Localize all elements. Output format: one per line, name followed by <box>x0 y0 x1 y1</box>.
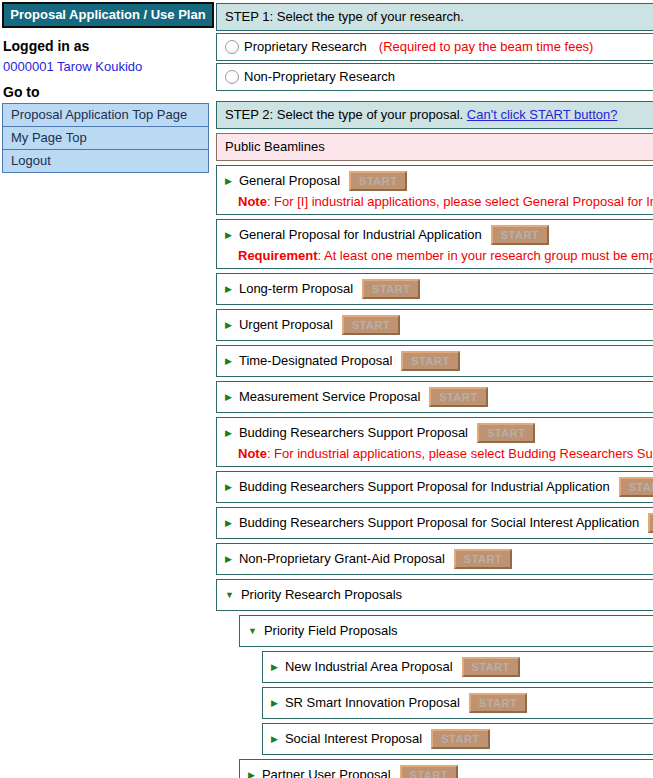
proposal-label: Budding Researchers Support Proposal for… <box>239 479 610 494</box>
page: Proposal Application / Use Plan Logged i… <box>0 0 653 778</box>
sidebar-title: Proposal Application / Use Plan <box>2 2 214 28</box>
start-button-new-industrial-area-proposal[interactable]: START <box>462 657 520 677</box>
triangle-collapsed-icon[interactable]: ▶ <box>271 734 278 744</box>
main-content: STEP 1: Select the type of your research… <box>216 3 653 778</box>
proposal-row-priority-research-proposals: ▼Priority Research Proposals <box>216 579 653 611</box>
proposal-label: SR Smart Innovation Proposal <box>285 695 460 710</box>
proposal-row-sr-smart-innovation-proposal: ▶SR Smart Innovation ProposalSTART <box>262 687 653 719</box>
proposal-label: Non-Proprietary Grant-Aid Proposal <box>239 551 445 566</box>
start-button-non-proprietary-grant-aid-proposal[interactable]: START <box>454 549 512 569</box>
logged-in-label: Logged in as <box>3 38 213 54</box>
proposal-row-new-industrial-area-proposal: ▶New Industrial Area ProposalSTART <box>262 651 653 683</box>
sidebar-item-logout[interactable]: Logout <box>3 150 208 172</box>
triangle-collapsed-icon[interactable]: ▶ <box>225 284 232 294</box>
proposal-label: Long-term Proposal <box>239 281 353 296</box>
sidebar-menu: Proposal Application Top Page My Page To… <box>2 103 209 173</box>
proposal-label: Social Interest Proposal <box>285 731 422 746</box>
proposal-label: General Proposal for Industrial Applicat… <box>239 227 482 242</box>
step1-section: STEP 1: Select the type of your research… <box>216 3 653 91</box>
triangle-collapsed-icon[interactable]: ▶ <box>225 320 232 330</box>
proposal-row-budding-researchers-support-proposal: ▶Budding Researchers Support ProposalSTA… <box>216 417 653 467</box>
triangle-collapsed-icon[interactable]: ▶ <box>271 698 278 708</box>
proposal-label: General Proposal <box>239 173 340 188</box>
triangle-collapsed-icon[interactable]: ▶ <box>225 356 232 366</box>
proposal-row-budding-researchers-support-proposal-for-social-interest-application: ▶Budding Researchers Support Proposal fo… <box>216 507 653 539</box>
note-text: Note: For [I] industrial applications, p… <box>225 194 653 209</box>
proposal-row-urgent-proposal: ▶Urgent ProposalSTART <box>216 309 653 341</box>
proposal-label: New Industrial Area Proposal <box>285 659 453 674</box>
note-text: Note: For industrial applications, pleas… <box>225 446 653 461</box>
triangle-collapsed-icon[interactable]: ▶ <box>271 662 278 672</box>
start-button-time-designated-proposal[interactable]: START <box>401 351 459 371</box>
proposal-row-budding-researchers-support-proposal-for-industrial-application: ▶Budding Researchers Support Proposal fo… <box>216 471 653 503</box>
triangle-collapsed-icon[interactable]: ▶ <box>225 230 232 240</box>
start-button-general-proposal[interactable]: START <box>349 171 407 191</box>
proposal-label: Budding Researchers Support Proposal for… <box>239 515 639 530</box>
triangle-collapsed-icon[interactable]: ▶ <box>225 428 232 438</box>
proposal-label: Measurement Service Proposal <box>239 389 420 404</box>
start-button-urgent-proposal[interactable]: START <box>342 315 400 335</box>
triangle-collapsed-icon[interactable]: ▶ <box>225 518 232 528</box>
triangle-collapsed-icon[interactable]: ▶ <box>225 392 232 402</box>
step2-header: STEP 2: Select the type of your proposal… <box>216 101 653 129</box>
proposal-label: Partner User Proposal <box>262 767 391 778</box>
triangle-expanded-icon[interactable]: ▼ <box>225 590 234 600</box>
goto-label: Go to <box>3 84 213 100</box>
proposal-label: Urgent Proposal <box>239 317 333 332</box>
triangle-expanded-icon[interactable]: ▼ <box>248 626 257 636</box>
proposal-label: Priority Field Proposals <box>264 623 398 638</box>
user-link[interactable]: 0000001 Tarow Koukido <box>3 59 213 74</box>
start-button-budding-researchers-support-proposal-for-industrial-application[interactable]: START <box>619 477 653 497</box>
option-label: Proprietary Research <box>244 39 367 54</box>
step1-header: STEP 1: Select the type of your research… <box>216 3 653 31</box>
proposal-sections: Public Beamlines▶General ProposalSTARTNo… <box>216 133 653 778</box>
proposal-row-measurement-service-proposal: ▶Measurement Service ProposalSTART <box>216 381 653 413</box>
triangle-collapsed-icon[interactable]: ▶ <box>225 482 232 492</box>
proposal-row-general-proposal: ▶General ProposalSTARTNote: For [I] indu… <box>216 165 653 215</box>
step2-title: STEP 2: Select the type of your proposal… <box>225 107 463 122</box>
radio-proprietary-research[interactable] <box>225 40 239 54</box>
proposal-label: Budding Researchers Support Proposal <box>239 425 468 440</box>
proposal-row-partner-user-proposal: ▶Partner User ProposalSTART <box>239 759 653 778</box>
section-header-public-beamlines: Public Beamlines <box>216 133 653 161</box>
start-button-sr-smart-innovation-proposal[interactable]: START <box>469 693 527 713</box>
option-note: (Required to pay the beam time fees) <box>379 39 594 54</box>
proposal-row-general-proposal-for-industrial-application: ▶General Proposal for Industrial Applica… <box>216 219 653 269</box>
proposal-row-priority-field-proposals: ▼Priority Field Proposals <box>239 615 653 647</box>
proposal-label: Priority Research Proposals <box>241 587 402 602</box>
proposal-row-long-term-proposal: ▶Long-term ProposalSTART <box>216 273 653 305</box>
start-button-long-term-proposal[interactable]: START <box>362 279 420 299</box>
option-label: Non-Proprietary Research <box>244 69 395 84</box>
option-row-proprietary: Proprietary Research (Required to pay th… <box>216 33 653 61</box>
start-button-budding-researchers-support-proposal[interactable]: START <box>477 423 535 443</box>
start-button-budding-researchers-support-proposal-for-social-interest-application[interactable]: START <box>648 513 653 533</box>
proposal-row-time-designated-proposal: ▶Time-Designated ProposalSTART <box>216 345 653 377</box>
proposal-row-social-interest-proposal: ▶Social Interest ProposalSTART <box>262 723 653 755</box>
triangle-collapsed-icon[interactable]: ▶ <box>248 770 255 778</box>
proposal-row-non-proprietary-grant-aid-proposal: ▶Non-Proprietary Grant-Aid ProposalSTART <box>216 543 653 575</box>
cant-click-start-link[interactable]: Can't click START button? <box>467 107 618 122</box>
start-button-partner-user-proposal[interactable]: START <box>400 765 458 778</box>
triangle-collapsed-icon[interactable]: ▶ <box>225 554 232 564</box>
proposal-label: Time-Designated Proposal <box>239 353 392 368</box>
radio-non-proprietary-research[interactable] <box>225 70 239 84</box>
start-button-social-interest-proposal[interactable]: START <box>431 729 489 749</box>
sidebar: Proposal Application / Use Plan Logged i… <box>0 0 216 173</box>
note-text: Requirement: At least one member in your… <box>225 248 653 263</box>
sidebar-item-my-page-top[interactable]: My Page Top <box>3 127 208 150</box>
option-row-non-proprietary: Non-Proprietary Research <box>216 63 653 91</box>
sidebar-item-proposal-application-top-page[interactable]: Proposal Application Top Page <box>3 104 208 127</box>
start-button-measurement-service-proposal[interactable]: START <box>429 387 487 407</box>
triangle-collapsed-icon[interactable]: ▶ <box>225 176 232 186</box>
start-button-general-proposal-for-industrial-application[interactable]: START <box>491 225 549 245</box>
